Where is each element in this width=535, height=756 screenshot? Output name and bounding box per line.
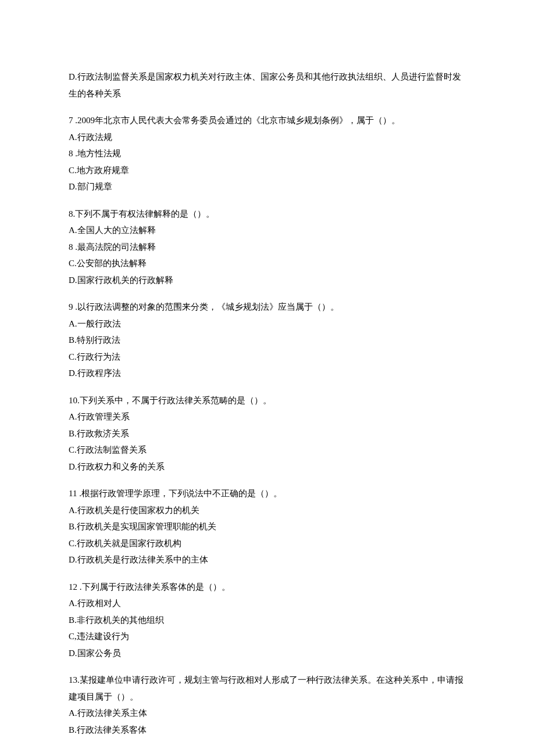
question-option-2: C.行政行为法 — [69, 349, 466, 366]
question-option-0: A.行政法规 — [69, 129, 466, 146]
question-stem: 8.下列不属于有权法律解释的是（）。 — [69, 206, 466, 223]
question-stem: 9 .以行政法调整的对象的范围来分类，《城乡规划法》应当属于（）。 — [69, 299, 466, 316]
intro-block: D.行政法制监督关系是国家权力机关对行政主体、国家公务员和其他行政执法组织、人员… — [69, 69, 466, 102]
question-option-2: C.公安部的执法解释 — [69, 255, 466, 272]
question-option-0: A.行政机关是行使国家权力的机关 — [69, 502, 466, 519]
question-block-3: 10.下列关系中，不属于行政法律关系范畴的是（）。A.行政管理关系B.行政救济关… — [69, 392, 466, 475]
document-content: D.行政法制监督关系是国家权力机关对行政主体、国家公务员和其他行政执法组织、人员… — [69, 69, 466, 738]
question-option-0: A.行政管理关系 — [69, 409, 466, 425]
question-option-2: C.行政法制监督关系 — [69, 442, 466, 458]
intro-line-0: D.行政法制监督关系是国家权力机关对行政主体、国家公务员和其他行政执法组织、人员… — [69, 69, 466, 102]
question-stem: 10.下列关系中，不属于行政法律关系范畴的是（）。 — [69, 392, 466, 409]
question-stem: 11 .根据行政管理学原理，下列说法中不正确的是（）。 — [69, 485, 466, 502]
question-option-3: D.国家公务员 — [69, 645, 466, 662]
question-stem: 13.某报建单位申请行政许可，规划主管与行政相对人形成了一种行政法律关系。在这种… — [69, 672, 466, 705]
question-block-0: 7 .2009年北京市人民代表大会常务委员会通过的《北京市城乡规划条例》，属于（… — [69, 112, 466, 195]
question-option-0: A.全国人大的立法解释 — [69, 222, 466, 239]
question-option-1: 8 .最高法院的司法解释 — [69, 239, 466, 256]
question-block-1: 8.下列不属于有权法律解释的是（）。A.全国人大的立法解释8 .最高法院的司法解… — [69, 206, 466, 289]
question-option-2: C,违法建设行为 — [69, 628, 466, 645]
question-option-1: B.行政法律关系客体 — [69, 722, 466, 739]
question-option-3: D.行政程序法 — [69, 365, 466, 382]
question-option-1: B.特别行政法 — [69, 332, 466, 349]
question-option-2: C.地方政府规章 — [69, 162, 466, 179]
question-option-3: D.国家行政机关的行政解释 — [69, 272, 466, 289]
question-option-3: D.行政权力和义务的关系 — [69, 458, 466, 475]
question-option-1: B.非行政机关的其他组织 — [69, 612, 466, 629]
question-option-1: 8 .地方性法规 — [69, 145, 466, 162]
question-block-6: 13.某报建单位申请行政许可，规划主管与行政相对人形成了一种行政法律关系。在这种… — [69, 672, 466, 738]
question-option-0: A.行政相对人 — [69, 595, 466, 612]
question-option-2: C.行政机关就是国家行政机构 — [69, 535, 466, 552]
question-option-0: A.行政法律关系主体 — [69, 705, 466, 722]
question-option-0: A.一般行政法 — [69, 316, 466, 332]
question-block-5: 12 .下列属于行政法律关系客体的是（）。A.行政相对人B.非行政机关的其他组织… — [69, 579, 466, 662]
question-block-2: 9 .以行政法调整的对象的范围来分类，《城乡规划法》应当属于（）。A.一般行政法… — [69, 299, 466, 382]
question-option-3: D.部门规章 — [69, 178, 466, 195]
question-stem: 7 .2009年北京市人民代表大会常务委员会通过的《北京市城乡规划条例》，属于（… — [69, 112, 466, 129]
question-stem: 12 .下列属于行政法律关系客体的是（）。 — [69, 579, 466, 596]
question-option-1: B.行政机关是实现国家管理职能的机关 — [69, 518, 466, 535]
question-option-1: B.行政救济关系 — [69, 425, 466, 442]
question-option-3: D.行政机关是行政法律关系中的主体 — [69, 551, 466, 568]
question-block-4: 11 .根据行政管理学原理，下列说法中不正确的是（）。A.行政机关是行使国家权力… — [69, 485, 466, 568]
